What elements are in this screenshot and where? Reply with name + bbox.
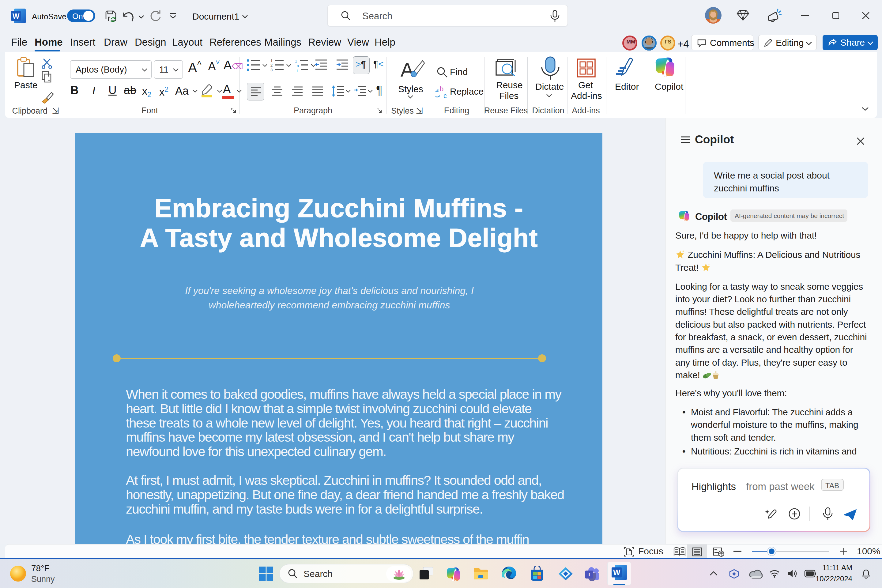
svg-text:a: a xyxy=(297,63,299,68)
svg-text:b: b xyxy=(440,86,444,93)
svg-text:2: 2 xyxy=(270,63,273,68)
svg-text:W: W xyxy=(613,568,621,577)
svg-text:c: c xyxy=(444,92,447,99)
svg-text:1: 1 xyxy=(270,59,273,63)
svg-text:W: W xyxy=(12,12,20,20)
svg-text:i: i xyxy=(297,68,298,72)
svg-text:1: 1 xyxy=(295,59,297,63)
svg-text:A: A xyxy=(400,59,414,81)
svg-text:3: 3 xyxy=(270,68,273,72)
svg-text:T: T xyxy=(588,572,591,578)
